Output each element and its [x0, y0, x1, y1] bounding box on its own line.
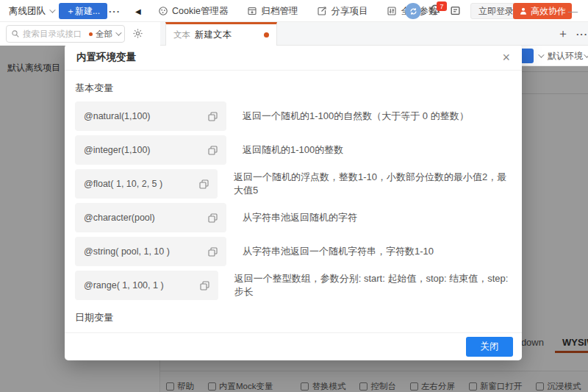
variable-code-box: @string( pool, 1, 10 ): [75, 237, 226, 266]
user-avatar[interactable]: [405, 3, 421, 19]
variable-code-box: @natural(1,100): [75, 101, 226, 131]
variable-code: @character(pool): [84, 213, 155, 223]
cookie-icon: [158, 6, 168, 16]
tab-new-text[interactable]: 文本 新建文本: [165, 22, 277, 46]
method-filter-dropdown[interactable]: 全部: [89, 29, 120, 40]
variable-code-box: @character(pool): [75, 203, 226, 232]
variable-code: @range( 1, 100, 1 ): [84, 280, 164, 291]
menu-archive-manager-label: 归档管理: [261, 5, 298, 18]
modal-header: 内置环境变量 ×: [65, 44, 522, 71]
sidebar-top: 搜索目录或接口 全部: [0, 22, 160, 46]
filter-dot-icon: [89, 32, 93, 36]
menu-share-project[interactable]: 分享项目: [317, 5, 368, 18]
team-selector-label: 离线团队: [9, 5, 46, 18]
variable-code: @natural(1,100): [84, 111, 151, 121]
variable-code-box: @range( 1, 100, 1 ): [75, 271, 218, 300]
variable-description: 从字符串池返回一个随机字符串，字符数1-10: [243, 245, 434, 258]
note-icon: [450, 5, 461, 16]
add-tab-button[interactable]: ＋: [557, 22, 569, 46]
variable-row: @string( pool, 1, 10 ) 从字符串池返回一个随机字符串，字符…: [75, 237, 512, 266]
team-selector[interactable]: 离线团队: [9, 0, 54, 22]
variable-code: @integer(1,100): [84, 145, 151, 155]
env-selector[interactable]: 默认环境: [548, 50, 583, 63]
variable-description: 返回随机的1-100的整数: [243, 143, 343, 157]
app-window: 离线团队 ＋新建... ··· ◀ Cookie管理器: [0, 0, 588, 392]
notifications-bell[interactable]: 7: [429, 4, 444, 18]
topbar-menu: Cookie管理器 归档管理 分享项目: [158, 0, 437, 22]
tab-title-label: 新建文本: [195, 29, 259, 41]
tab-type-label: 文本: [173, 29, 190, 40]
search-input[interactable]: 搜索目录或接口 全部: [6, 25, 125, 43]
unsaved-dot-icon: [264, 32, 269, 38]
menu-cookie-manager[interactable]: Cookie管理器: [158, 5, 228, 18]
section-basic-variables: 基本变量: [75, 82, 512, 95]
section-date-variables: 日期变量: [75, 311, 512, 324]
chevron-down-icon[interactable]: [538, 51, 544, 57]
variable-row: @natural(1,100) 返回一个随机的1-100的自然数（大于等于 0 …: [75, 101, 512, 131]
variable-description: 从字符串池返回随机的字符: [243, 211, 357, 224]
person-icon: [519, 7, 528, 15]
close-icon[interactable]: ×: [502, 51, 510, 64]
variable-description: 返回一个整型数组，参数分别: start: 起始值，stop: 结束值，step…: [234, 272, 512, 299]
menu-cookie-manager-label: Cookie管理器: [172, 5, 228, 18]
share-icon: [317, 6, 327, 16]
archive-icon: [247, 6, 257, 16]
variable-code-box: @float( 1, 10, 2, 5 ): [75, 169, 218, 199]
chevron-down-icon: [584, 51, 588, 57]
tab-more-menu[interactable]: ···: [576, 22, 588, 46]
collab-button-label: 高效协作: [531, 5, 566, 18]
chevron-down-icon: [49, 7, 55, 13]
variable-code: @float( 1, 10, 2, 5 ): [84, 179, 162, 189]
builtin-env-variables-modal: 内置环境变量 × 基本变量 @natural(1,100) 返回一个随机的1-1…: [65, 44, 522, 360]
collab-button[interactable]: 高效协作: [513, 3, 572, 19]
variable-code-box: @integer(1,100): [75, 135, 226, 165]
notification-badge: 7: [437, 1, 447, 11]
top-bar: 离线团队 ＋新建... ··· ◀ Cookie管理器: [0, 0, 588, 22]
variable-row: @range( 1, 100, 1 ) 返回一个整型数组，参数分别: start…: [75, 271, 512, 300]
modal-body: 基本变量 @natural(1,100) 返回一个随机的1-100的自然数（大于…: [65, 71, 522, 332]
modal-footer: 关闭: [65, 332, 522, 360]
close-button[interactable]: 关闭: [466, 337, 513, 357]
copy-icon[interactable]: [208, 213, 218, 223]
variable-description: 返回一个随机的浮点数，整数1-10，小数部分位数的最小值2，最大值5: [234, 171, 512, 197]
sync-icon: [409, 7, 418, 16]
variable-row: @float( 1, 10, 2, 5 ) 返回一个随机的浮点数，整数1-10，…: [75, 169, 512, 199]
gear-icon: [132, 28, 143, 39]
copy-icon[interactable]: [199, 179, 209, 189]
variable-row: @character(pool) 从字符串池返回随机的字符: [75, 203, 512, 232]
new-button[interactable]: ＋新建...: [59, 3, 107, 19]
variable-code: @string( pool, 1, 10 ): [84, 246, 170, 257]
global-params-icon: [387, 6, 397, 16]
menu-archive-manager[interactable]: 归档管理: [247, 5, 298, 18]
filter-label: 全部: [96, 29, 112, 40]
collapse-sidebar-icon[interactable]: ◀: [135, 0, 141, 22]
sidebar-settings[interactable]: [132, 28, 143, 42]
menu-share-project-label: 分享项目: [331, 5, 368, 18]
search-placeholder: 搜索目录或接口: [23, 29, 86, 40]
dash-icon: —: [568, 0, 578, 22]
copy-icon[interactable]: [208, 146, 218, 155]
chevron-down-icon: [115, 29, 121, 35]
search-icon: [11, 29, 20, 38]
modal-title: 内置环境变量: [76, 51, 502, 64]
more-menu-icon[interactable]: ···: [109, 0, 121, 22]
variable-row: @integer(1,100) 返回随机的1-100的整数: [75, 135, 512, 165]
copy-icon[interactable]: [208, 112, 218, 121]
feedback-button[interactable]: [450, 5, 461, 19]
tab-bar: 文本 新建文本 ＋ ···: [160, 22, 588, 46]
variable-list: @natural(1,100) 返回一个随机的1-100的自然数（大于等于 0 …: [75, 101, 512, 300]
variable-description: 返回一个随机的1-100的自然数（大于等于 0 的整数）: [243, 110, 469, 123]
copy-icon[interactable]: [208, 247, 218, 257]
copy-icon[interactable]: [200, 281, 209, 291]
